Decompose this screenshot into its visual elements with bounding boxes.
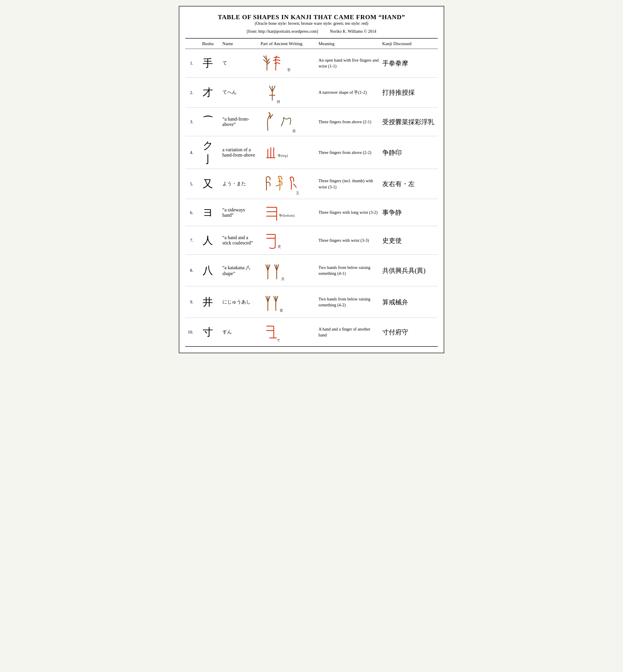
col-header-ancient: Part of Ancient Writing [259, 38, 317, 49]
row-number: 1. [185, 49, 195, 78]
table-row: 3. ⁀ “a hand‐from‐above” 采 Three fingers… [185, 108, 438, 136]
name-cell: てへん [220, 78, 259, 108]
name-text: “a hand‐from‐above” [222, 117, 249, 127]
table-row: 2. 才 てへん 持 A narrower shape of 手(1-2) 打持… [185, 78, 438, 108]
kanji-characters: 受授釁菜採彩浮乳 [382, 118, 434, 126]
kanji-characters: 事争静 [382, 209, 402, 216]
svg-text:争(top): 争(top) [277, 154, 288, 158]
kanji-cell: 共供興兵具(異) [381, 255, 438, 286]
col-header-bushu: Bushu [195, 38, 220, 49]
row-number: 6. [185, 199, 195, 226]
meaning-text: A narrower shape of 手(1-2) [319, 90, 367, 95]
kanji-cell: 史吏使 [381, 226, 438, 255]
ancient-writing-cell: 争(top) [259, 136, 317, 169]
bushu-character: ⁀ [204, 116, 212, 128]
kanji-characters: 史吏使 [382, 237, 402, 244]
kanji-cell: 算戒械弁 [381, 286, 438, 318]
meaning-cell: A hand and a finger of another hand [317, 318, 381, 347]
ancient-writing-graphic: 争(bottom) [261, 202, 315, 223]
svg-line-10 [272, 86, 275, 92]
row-number: 10. [185, 318, 195, 347]
table-row: 10. 寸 すん 寸 A hand and a finger of anothe… [185, 318, 438, 347]
bushu-cell: 井 [195, 286, 220, 318]
name-text: a variation of a hand-from-above [222, 147, 255, 157]
table-row: 7. 人 “a hand and a stick coalesced” 史 Th… [185, 226, 438, 255]
meaning-text: Three fingers from above (2-2) [319, 150, 372, 155]
ancient-writing-graphic: 持 [261, 80, 315, 105]
name-cell: a variation of a hand-from-above [220, 136, 259, 169]
meaning-cell: An open hand with five fingers and wrist… [317, 49, 381, 78]
name-text: “a katakana 八 shape” [222, 265, 250, 276]
bushu-character: ヨ [203, 207, 213, 218]
table-row: 6. ヨ “a sideways hand” 争(bottom) Three f… [185, 199, 438, 226]
main-table: Bushu Name Part of Ancient Writing Meani… [185, 38, 438, 347]
meaning-cell: Three fingers (incl. thumb) with wrist (… [317, 169, 381, 199]
bushu-cell: 手 [195, 49, 220, 78]
bushu-character: 又 [203, 178, 213, 190]
ancient-writing-graphic: 算 [261, 289, 315, 315]
source-line: [from: http://kanjiportraits.wordpress.c… [185, 29, 438, 34]
table-row: 1. 手 て 手 An [185, 49, 438, 78]
svg-line-8 [269, 86, 272, 92]
kanji-characters: 共供興兵具(異) [382, 267, 426, 274]
col-header-num [185, 38, 195, 49]
bushu-cell: 才 [195, 78, 220, 108]
bushu-character: ク 亅 [203, 140, 213, 165]
row-number: 4. [185, 136, 195, 169]
main-container: TABLE OF SHAPES IN KANJI THAT CAME FROM … [179, 6, 444, 353]
kanji-cell: 打持推授採 [381, 78, 438, 108]
bushu-cell: 人 [195, 226, 220, 255]
kanji-cell: 事争静 [381, 199, 438, 226]
bushu-character: 才 [203, 87, 213, 98]
svg-text:史: 史 [277, 244, 281, 249]
ancient-writing-graphic: 寸 [261, 320, 315, 344]
kanji-characters: 友右有・左 [382, 180, 415, 187]
row-number: 8. [185, 255, 195, 286]
meaning-cell: Two hands from below raising something (… [317, 286, 381, 318]
ancient-writing-cell: 持 [259, 78, 317, 108]
ancient-writing-cell: 又 [259, 169, 317, 199]
ancient-writing-graphic: 共 [261, 257, 315, 284]
row-number: 7. [185, 226, 195, 255]
name-text: てへん [222, 90, 237, 95]
ancient-writing-cell: 算 [259, 286, 317, 318]
kanji-characters: 手拳拳摩 [382, 60, 408, 67]
meaning-cell: Three fingers with wrist (3-3) [317, 226, 381, 255]
main-title: TABLE OF SHAPES IN KANJI THAT CAME FROM … [185, 13, 438, 21]
svg-text:持: 持 [277, 100, 280, 104]
ancient-writing-cell: 寸 [259, 318, 317, 347]
meaning-text: Three fingers from above (2-1) [319, 119, 372, 124]
name-text: “a hand and a stick coalesced” [222, 235, 253, 245]
table-row: 4. ク 亅 a variation of a hand-from-above … [185, 136, 438, 169]
table-row: 5. 又 よう・また 又 Thre [185, 169, 438, 199]
bushu-character: 手 [203, 58, 213, 69]
ancient-writing-cell: 共 [259, 255, 317, 286]
table-row: 8. 八 “a katakana 八 shape” 共 Two hands fr… [185, 255, 438, 286]
name-text: にじゅうあし [222, 299, 251, 304]
ancient-writing-cell: 采 [259, 108, 317, 136]
meaning-cell: Three fingers from above (2-2) [317, 136, 381, 169]
bushu-cell: 寸 [195, 318, 220, 347]
row-number: 2. [185, 78, 195, 108]
kanji-cell: 手拳拳摩 [381, 49, 438, 78]
meaning-text: An open hand with five fingers and wrist… [319, 58, 379, 68]
name-text: “a sideways hand” [222, 207, 245, 218]
ancient-writing-cell: 争(bottom) [259, 199, 317, 226]
row-number: 9. [185, 286, 195, 318]
kanji-cell: 争静印 [381, 136, 438, 169]
ancient-writing-cell: 史 [259, 226, 317, 255]
bushu-cell: 八 [195, 255, 220, 286]
meaning-cell: A narrower shape of 手(1-2) [317, 78, 381, 108]
svg-line-20 [294, 184, 296, 187]
kanji-characters: 争静印 [382, 149, 402, 156]
name-cell: すん [220, 318, 259, 347]
subtitle: (Oracle bone style: brown; bronze ware s… [185, 21, 438, 26]
name-cell: “a sideways hand” [220, 199, 259, 226]
svg-text:算: 算 [280, 308, 283, 312]
table-row: 9. 井 にじゅうあし 算 Two hands from below raisi… [185, 286, 438, 318]
ancient-writing-graphic: 史 [261, 228, 315, 252]
bushu-cell: ⁀ [195, 108, 220, 136]
bushu-character: 八 [203, 265, 213, 276]
meaning-text: A hand and a finger of another hand [319, 327, 370, 337]
name-cell: よう・また [220, 169, 259, 199]
